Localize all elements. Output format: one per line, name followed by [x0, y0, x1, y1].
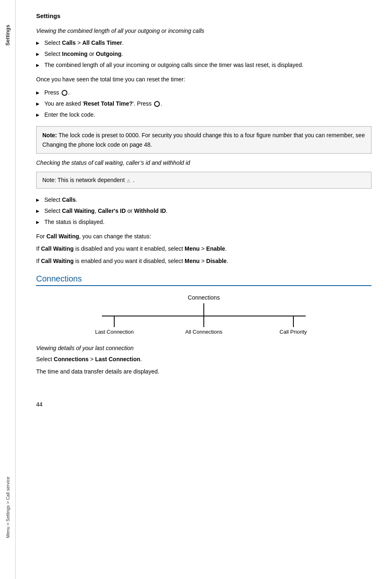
svg-text:⚠: ⚠ [127, 178, 131, 183]
call-waiting-para3: If Call Waiting is enabled and you want … [36, 256, 371, 265]
list-item: The status is displayed. [36, 217, 371, 228]
diagram-horizontal-container: Last Connection All Connections Call Pri… [70, 316, 338, 335]
list-item: The combined length of all your incoming… [36, 60, 371, 71]
diagram-v-line [203, 316, 204, 327]
connections-section: Connections Connections Last Connection [36, 274, 371, 376]
diagram-tree: Last Connection All Connections Call Pri… [36, 303, 371, 335]
viewing-para2: The time and data transfer details are d… [36, 367, 371, 376]
note-label-1: Note: [42, 132, 57, 138]
list-item: You are asked 'Reset Total Time?'. Press… [36, 98, 371, 109]
diagram-node-all: All Connections [159, 316, 249, 335]
diagram-h-line [102, 316, 306, 316]
list-item: Enter the lock code. [36, 109, 371, 120]
diagram-node-last: Last Connection [70, 316, 159, 335]
circle-button-icon [154, 101, 160, 107]
bullet-list-3: Select Calls. Select Call Waiting, Calle… [36, 194, 371, 228]
note-box-1: Note: The lock code is preset to 0000. F… [36, 126, 371, 154]
note-label-2: Note: [42, 177, 56, 183]
viewing-para1: Select Connections > Last Connection. [36, 355, 371, 364]
main-content: Settings Viewing the combined length of … [16, 0, 392, 579]
section2: Checking the status of call waiting, cal… [36, 159, 371, 266]
note-text-2: This is network dependent [58, 177, 126, 183]
note-box-2: Note: This is network dependent ⚠ . [36, 172, 371, 188]
diagram-node-priority: Call Priority [249, 316, 338, 335]
viewing-section: Viewing details of your last connection … [36, 345, 371, 376]
call-waiting-para1: For Call Waiting, you can change the sta… [36, 232, 371, 241]
reset-para: Once you have seen the total time you ca… [36, 75, 371, 84]
left-sidebar: Settings Menu > Settings > Call service [0, 0, 16, 579]
sidebar-settings-label: Settings [5, 25, 11, 46]
diagram-v-line [293, 316, 294, 327]
network-icon: ⚠ [126, 177, 133, 184]
list-item: Press . [36, 87, 371, 98]
diagram-root-line [203, 303, 204, 316]
call-waiting-para2: If Call Waiting is disabled and you want… [36, 244, 371, 253]
connections-heading: Connections [36, 274, 371, 286]
section1: Viewing the combined length of all your … [36, 28, 371, 120]
list-item: Select Call Waiting, Caller's ID or With… [36, 205, 371, 217]
list-item: Select Incoming or Outgoing. [36, 48, 371, 60]
list-item: Select Calls. [36, 194, 371, 205]
section1-italic-heading: Viewing the combined length of all your … [36, 28, 371, 34]
note-text-1: The lock code is preset to 0000. For sec… [42, 132, 365, 148]
connections-diagram: Connections Last Connection All Connecti… [36, 294, 371, 335]
page-title: Settings [36, 12, 371, 19]
diagram-node-label-last: Last Connection [95, 329, 134, 335]
diagram-v-line [114, 316, 115, 327]
sidebar-menu-label: Menu > Settings > Call service [5, 477, 10, 538]
page-number: 44 [36, 401, 371, 408]
circle-button-icon [62, 90, 67, 96]
diagram-node-label-all: All Connections [185, 329, 222, 335]
list-item: Select Calls > All Calls Timer. [36, 37, 371, 48]
viewing-italic-heading: Viewing details of your last connection [36, 345, 371, 351]
diagram-node-label-priority: Call Priority [279, 329, 307, 335]
bullet-list-1: Select Calls > All Calls Timer. Select I… [36, 37, 371, 71]
bullet-list-2: Press . You are asked 'Reset Total Time?… [36, 87, 371, 120]
diagram-top-label: Connections [188, 294, 220, 301]
section2-italic-heading: Checking the status of call waiting, cal… [36, 159, 371, 166]
